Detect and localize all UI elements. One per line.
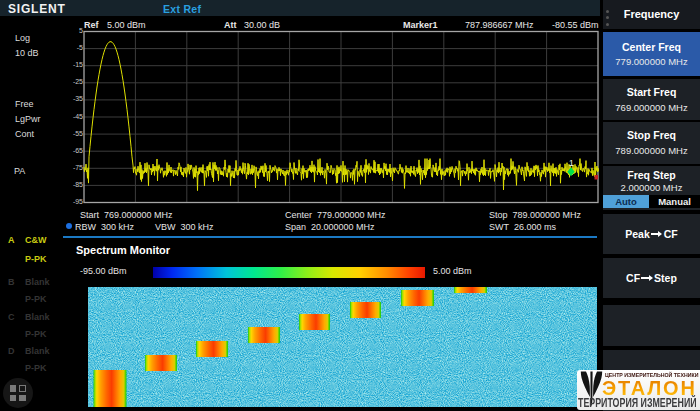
svg-text:1: 1 (569, 158, 574, 168)
